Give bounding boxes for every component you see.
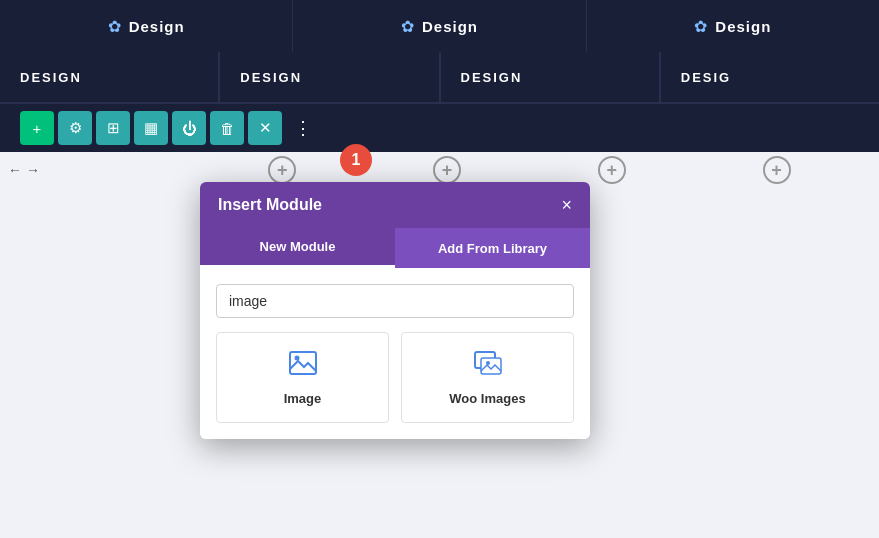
modal-tabs: New Module Add From Library [200, 228, 590, 268]
svg-rect-3 [481, 358, 501, 374]
col-header-2: DESIGN [220, 52, 440, 102]
step-badge-1: 1 [340, 144, 372, 176]
add-button[interactable]: + [20, 111, 54, 145]
col-header-label-4: DESIG [681, 70, 731, 85]
top-bar-label-1: Design [129, 18, 185, 35]
svg-rect-0 [290, 352, 316, 374]
col-header-4: DESIG [661, 52, 879, 102]
column-header-row: DESIGN DESIGN DESIGN DESIG [0, 52, 879, 104]
col-header-label-3: DESIGN [461, 70, 523, 85]
main-content-area: ← → + + + + 1 2 Insert Module × New Mo [0, 152, 879, 538]
woo-images-module-label: Woo Images [449, 391, 525, 406]
modal-overlay: Insert Module × New Module Add From Libr… [0, 152, 879, 538]
modal-title: Insert Module [218, 196, 322, 214]
grid-button[interactable]: ▦ [134, 111, 168, 145]
col-header-3: DESIGN [441, 52, 661, 102]
image-module-label: Image [284, 391, 322, 406]
col-header-label-1: DESIGN [20, 70, 82, 85]
module-card-image[interactable]: Image [216, 332, 389, 423]
top-bar-design-2: ✿ Design [293, 0, 586, 52]
tab-add-from-library[interactable]: Add From Library [395, 228, 590, 268]
tab-new-module[interactable]: New Module [200, 228, 395, 268]
gear-icon-2: ✿ [401, 17, 414, 36]
gear-icon-1: ✿ [108, 17, 121, 36]
modal-body: Image Woo Images [200, 268, 590, 439]
more-button[interactable]: ⋮ [286, 111, 320, 145]
col-header-1: DESIGN [0, 52, 220, 102]
delete-button[interactable]: 🗑 [210, 111, 244, 145]
top-bar-design-1: ✿ Design [0, 0, 293, 52]
layout-button[interactable]: ⊞ [96, 111, 130, 145]
top-bar-label-2: Design [422, 18, 478, 35]
modal-header: Insert Module × [200, 182, 590, 228]
svg-point-1 [294, 356, 299, 361]
modules-grid: Image Woo Images [216, 332, 574, 423]
module-card-woo-images[interactable]: Woo Images [401, 332, 574, 423]
woo-images-module-icon [474, 349, 502, 383]
insert-module-modal: Insert Module × New Module Add From Libr… [200, 182, 590, 439]
top-design-bars: ✿ Design ✿ Design ✿ Design [0, 0, 879, 52]
top-bar-design-3: ✿ Design [587, 0, 879, 52]
module-search-input[interactable] [216, 284, 574, 318]
step-badge-1-number: 1 [352, 151, 361, 169]
close-toolbar-button[interactable]: ✕ [248, 111, 282, 145]
image-module-icon [289, 349, 317, 383]
gear-icon-3: ✿ [694, 17, 707, 36]
toolbar: + ⚙ ⊞ ▦ ⏻ 🗑 ✕ ⋮ [0, 104, 879, 152]
modal-close-button[interactable]: × [561, 196, 572, 214]
settings-button[interactable]: ⚙ [58, 111, 92, 145]
col-header-label-2: DESIGN [240, 70, 302, 85]
top-bar-label-3: Design [715, 18, 771, 35]
power-button[interactable]: ⏻ [172, 111, 206, 145]
